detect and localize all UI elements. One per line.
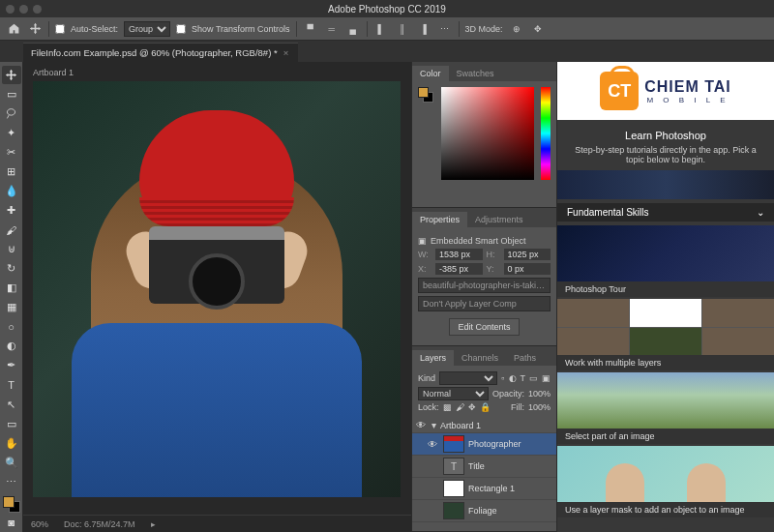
h-value[interactable]: 1025 px: [504, 249, 551, 260]
filter-smart-icon[interactable]: ▣: [542, 373, 551, 383]
tab-swatches[interactable]: Swatches: [449, 66, 502, 81]
tile-caption: Work with multiple layers: [557, 355, 774, 370]
3d-pan-icon[interactable]: ✥: [530, 21, 546, 37]
blur-tool[interactable]: ○: [2, 317, 21, 336]
filter-adjust-icon[interactable]: ◐: [509, 373, 517, 383]
lock-paint-icon[interactable]: 🖌: [456, 402, 464, 412]
quick-mask-tool[interactable]: ◙: [2, 514, 21, 532]
brush-tool[interactable]: 🖌: [2, 221, 21, 239]
layer-thumb: [443, 435, 464, 453]
doc-size: Doc: 6.75M/24.7M: [64, 519, 135, 529]
color-field[interactable]: [441, 87, 534, 180]
fg-bg-swatch[interactable]: [418, 87, 433, 103]
document-tab[interactable]: FileInfo.com Example.psd @ 60% (Photogra…: [23, 43, 298, 62]
align-left-icon[interactable]: ▌: [373, 21, 389, 37]
eraser-tool[interactable]: ◧: [2, 279, 21, 297]
tutorial-tile[interactable]: Work with multiple layers: [557, 299, 774, 370]
more-align-icon[interactable]: ⋯: [437, 21, 453, 37]
window-controls[interactable]: [6, 5, 42, 14]
w-value[interactable]: 1538 px: [435, 249, 483, 260]
hue-slider[interactable]: [541, 87, 551, 180]
auto-select-label: Auto-Select:: [71, 24, 118, 34]
align-top-icon[interactable]: ▀: [303, 21, 318, 37]
zoom-level[interactable]: 60%: [31, 519, 48, 529]
type-tool[interactable]: T: [2, 376, 21, 395]
filter-type-icon[interactable]: T: [521, 373, 526, 383]
tutorial-tile[interactable]: Use a layer mask to add an object to an …: [557, 446, 774, 517]
pen-tool[interactable]: ✒: [2, 356, 21, 374]
wand-tool[interactable]: ✦: [2, 124, 21, 142]
heal-tool[interactable]: ✚: [2, 201, 21, 220]
kind-filter[interactable]: [439, 371, 497, 385]
layer-foliage[interactable]: Foliage: [412, 500, 556, 522]
document-tabs: FileInfo.com Example.psd @ 60% (Photogra…: [0, 41, 774, 62]
move-tool[interactable]: [2, 66, 21, 84]
tutorial-tile[interactable]: Select part of an image: [557, 372, 774, 444]
shape-tool[interactable]: ▭: [2, 415, 21, 433]
3d-orbit-icon[interactable]: ⊕: [509, 21, 524, 37]
frame-tool[interactable]: ⊞: [2, 163, 21, 181]
visibility-icon[interactable]: 👁: [428, 439, 439, 450]
x-value[interactable]: -385 px: [435, 263, 483, 275]
stamp-tool[interactable]: ⊎: [2, 240, 21, 258]
edit-contents-button[interactable]: Edit Contents: [449, 318, 519, 336]
auto-select-checkbox[interactable]: [55, 24, 65, 34]
lock-all-icon[interactable]: 🔒: [480, 402, 491, 412]
visibility-icon[interactable]: 👁: [416, 420, 428, 430]
crop-tool[interactable]: ✂: [2, 143, 21, 162]
tab-channels[interactable]: Channels: [454, 350, 506, 366]
align-hcenter-icon[interactable]: ║: [395, 21, 410, 37]
tutorial-tile[interactable]: Photoshop Tour: [557, 225, 774, 297]
blend-mode[interactable]: Normal: [418, 387, 489, 400]
hand-tool[interactable]: ✋: [2, 434, 21, 453]
learn-panel: CT CHIEM TAI M O B I L E Learn Photoshop…: [556, 62, 774, 532]
y-value[interactable]: 0 px: [504, 263, 551, 275]
color-swatch[interactable]: [3, 496, 20, 513]
tile-image: [557, 372, 774, 429]
lock-pos-icon[interactable]: ✥: [468, 402, 476, 412]
marquee-tool[interactable]: ▭: [2, 85, 21, 103]
skills-header[interactable]: Fundamental Skills ⌄: [557, 203, 774, 222]
status-chevron-icon[interactable]: ▸: [151, 519, 156, 529]
dodge-tool[interactable]: ◐: [2, 337, 21, 355]
layer-title[interactable]: T Title: [412, 456, 556, 478]
edit-toolbar[interactable]: ⋯: [2, 473, 21, 491]
artboard-label[interactable]: Artboard 1: [33, 68, 74, 77]
collapse-icon[interactable]: ▾: [432, 420, 436, 430]
lasso-tool[interactable]: [2, 104, 21, 123]
layer-artboard[interactable]: 👁 ▾ Artboard 1: [412, 418, 556, 433]
tools-panel: ▭ ✦ ✂ ⊞ 💧 ✚ 🖌 ⊎ ↻ ◧ ▦ ○ ◐ ✒ T ↖ ▭ ✋ 🔍 ⋯ …: [0, 62, 23, 532]
layer-photographer[interactable]: 👁 Photographer: [412, 433, 556, 456]
home-icon[interactable]: [6, 21, 21, 37]
align-right-icon[interactable]: ▐: [416, 21, 432, 37]
filter-pixel-icon[interactable]: ▫: [501, 373, 504, 383]
tab-paths[interactable]: Paths: [506, 350, 544, 366]
tab-layers[interactable]: Layers: [412, 350, 454, 366]
eyedropper-tool[interactable]: 💧: [2, 182, 21, 200]
show-transform-label: Show Transform Controls: [192, 24, 290, 34]
tile-caption: Use a layer mask to add an object to an …: [557, 502, 774, 517]
lock-trans-icon[interactable]: ▩: [443, 402, 452, 412]
gradient-tool[interactable]: ▦: [2, 298, 21, 316]
auto-select-dropdown[interactable]: Group: [124, 21, 170, 37]
artboard[interactable]: [33, 81, 401, 497]
opacity-value[interactable]: 100%: [528, 389, 551, 399]
tab-properties[interactable]: Properties: [412, 212, 467, 227]
align-bottom-icon[interactable]: ▄: [345, 21, 361, 37]
align-vcenter-icon[interactable]: ═: [324, 21, 340, 37]
close-tab-icon[interactable]: ×: [283, 47, 289, 58]
fill-value[interactable]: 100%: [528, 402, 551, 412]
tab-adjustments[interactable]: Adjustments: [467, 212, 531, 227]
layercomp-dropdown[interactable]: Don't Apply Layer Comp: [418, 296, 551, 311]
filter-shape-icon[interactable]: ▭: [529, 373, 538, 383]
path-tool[interactable]: ↖: [2, 396, 21, 414]
filename-dropdown[interactable]: beautiful-photographer-is-taking-a-pict…: [418, 278, 551, 293]
show-transform-checkbox[interactable]: [176, 24, 186, 34]
properties-panel: Properties Adjustments ▣Embedded Smart O…: [412, 208, 556, 346]
zoom-tool[interactable]: 🔍: [2, 454, 21, 472]
move-tool-icon[interactable]: [27, 21, 43, 37]
history-brush-tool[interactable]: ↻: [2, 259, 21, 278]
tab-color[interactable]: Color: [412, 66, 449, 81]
canvas-area[interactable]: Artboard 1 © FileInfo.com 60% Doc: 6.75M…: [23, 62, 411, 532]
layer-rectangle[interactable]: Rectangle 1: [412, 478, 556, 500]
